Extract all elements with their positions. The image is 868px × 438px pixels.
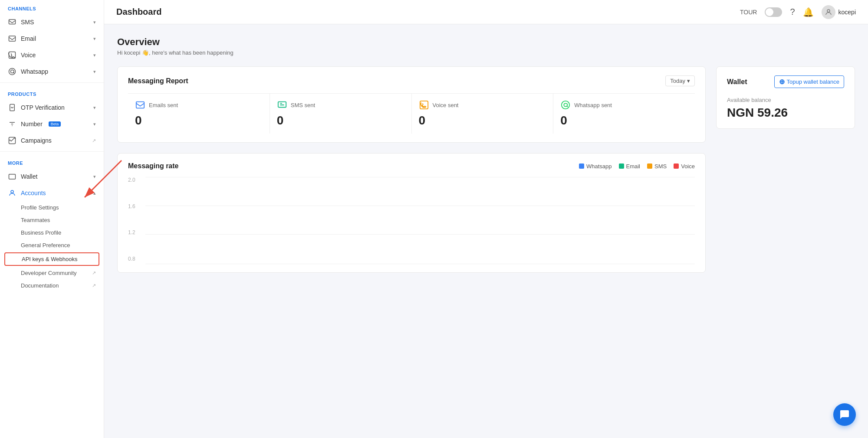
tour-toggle[interactable]	[765, 7, 782, 17]
more-section-label: MORE	[0, 154, 104, 168]
svg-point-7	[11, 190, 13, 193]
sidebar-item-wallet[interactable]: Wallet ▾	[0, 168, 104, 185]
sidebar: CHANNELS SMS ▾ Email ▾	[0, 0, 104, 438]
campaigns-icon	[8, 136, 16, 145]
content-area: Overview Hi kocepi 👋, here's what has be…	[104, 24, 868, 438]
whatsapp-sent-icon	[560, 100, 571, 110]
sidebar-item-email[interactable]: Email ▾	[0, 30, 104, 47]
number-icon	[8, 120, 16, 128]
metric-whatsapp-top: Whatsapp sent	[560, 100, 688, 110]
sidebar-item-whatsapp[interactable]: Whatsapp ▾	[0, 63, 104, 80]
voice-sent-value: 0	[419, 114, 546, 127]
email-icon	[8, 34, 16, 43]
overview-subtitle: Hi kocepi 👋, here's what has been happen…	[117, 49, 855, 56]
wallet-card: Wallet ⊕ Topup wallet balance Available …	[716, 66, 855, 129]
wallet-card-header: Wallet ⊕ Topup wallet balance	[727, 75, 844, 88]
sidebar-item-voice[interactable]: Voice ▾	[0, 47, 104, 63]
sidebar-item-whatsapp-label: Whatsapp	[21, 68, 48, 75]
sms-sent-value: 0	[277, 114, 404, 127]
svg-point-14	[562, 101, 569, 109]
avatar	[822, 5, 835, 19]
metric-voice-top: Voice sent	[419, 100, 546, 110]
sidebar-sub-profile-settings[interactable]: Profile Settings	[0, 201, 104, 214]
sidebar-sub-teammates[interactable]: Teammates	[0, 214, 104, 226]
sidebar-item-email-label: Email	[21, 35, 36, 42]
wallet-card-title: Wallet	[727, 78, 747, 86]
bell-icon[interactable]: 🔔	[803, 7, 814, 17]
messaging-report-header: Messaging Report Today ▾	[128, 75, 695, 86]
wallet-nav-icon	[8, 172, 16, 181]
sidebar-item-sms-label: SMS	[21, 19, 34, 26]
sidebar-item-otp[interactable]: OTP Verification ▾	[0, 99, 104, 116]
help-icon[interactable]: ?	[790, 7, 795, 17]
y-label-1_2: 1.2	[128, 229, 144, 235]
emails-sent-label: Emails sent	[149, 102, 178, 108]
voice-icon	[8, 51, 16, 59]
wallet-chevron-icon: ▾	[93, 174, 96, 180]
chart-grid	[145, 177, 695, 264]
sidebar-sub-business-profile[interactable]: Business Profile	[0, 226, 104, 239]
tour-label: TOUR	[740, 9, 757, 16]
legend-voice-dot	[674, 163, 679, 169]
number-chevron-icon: ▾	[93, 121, 96, 127]
metric-emails-top: Emails sent	[135, 100, 263, 110]
sidebar-item-otp-label: OTP Verification	[21, 104, 65, 111]
sms-icon	[8, 18, 16, 26]
date-filter-chevron-icon: ▾	[687, 78, 690, 84]
sidebar-item-accounts-label: Accounts	[21, 190, 46, 196]
date-filter-label: Today	[670, 78, 685, 84]
user-avatar-wrap[interactable]: kocepi	[822, 5, 856, 19]
channels-section-label: CHANNELS	[0, 0, 104, 14]
documentation-external-icon: ↗	[92, 283, 96, 288]
accounts-icon	[8, 189, 16, 197]
sms-sent-icon	[277, 100, 287, 110]
user-name: kocepi	[838, 9, 856, 16]
campaigns-external-icon: ↗	[92, 138, 96, 144]
sms-chevron-icon: ▾	[93, 20, 96, 25]
chart-y-labels: 2.0 1.6 1.2 0.8	[128, 177, 144, 264]
sidebar-sub-documentation[interactable]: Documentation ↗	[0, 279, 104, 292]
otp-icon	[8, 103, 16, 112]
chat-support-button[interactable]	[833, 403, 856, 426]
svg-rect-0	[9, 20, 16, 24]
metric-whatsapp: Whatsapp sent 0	[553, 94, 695, 134]
svg-rect-6	[9, 174, 16, 179]
messaging-report-title: Messaging Report	[128, 77, 188, 85]
otp-chevron-icon: ▾	[93, 105, 96, 111]
sidebar-sub-api-keys[interactable]: API keys & Webhooks	[4, 252, 99, 266]
sidebar-item-campaigns[interactable]: Campaigns ↗	[0, 132, 104, 149]
legend-sms-label: SMS	[654, 163, 667, 170]
overview-title: Overview	[117, 36, 855, 48]
chat-bubble-icon	[839, 409, 850, 420]
grid-line-top	[145, 177, 695, 177]
right-column: Wallet ⊕ Topup wallet balance Available …	[716, 66, 855, 273]
beta-badge: Beta	[49, 121, 61, 127]
sidebar-item-campaigns-label: Campaigns	[21, 137, 52, 144]
metric-sms-top: SMS sent	[277, 100, 404, 110]
legend-voice-label: Voice	[681, 163, 695, 170]
sidebar-item-number-label: Number	[21, 121, 43, 127]
topup-label: Topup wallet balance	[787, 78, 839, 85]
metric-voice: Voice sent 0	[412, 94, 554, 134]
svg-point-3	[9, 69, 16, 75]
legend-whatsapp-label: Whatsapp	[586, 163, 612, 170]
whatsapp-icon	[8, 67, 16, 76]
sidebar-sub-developer-community[interactable]: Developer Community ↗	[0, 267, 104, 279]
voice-sent-label: Voice sent	[433, 102, 459, 108]
legend-email: Email	[619, 163, 641, 170]
svg-rect-1	[9, 36, 16, 41]
sidebar-item-wallet-label: Wallet	[21, 173, 37, 180]
svg-point-10	[827, 10, 830, 12]
sidebar-item-sms[interactable]: SMS ▾	[0, 14, 104, 30]
sidebar-item-accounts[interactable]: Accounts ▴	[0, 185, 104, 201]
sidebar-sub-general-preference[interactable]: General Preference	[0, 239, 104, 252]
messaging-rate-title: Messaging rate	[128, 162, 178, 170]
legend-whatsapp: Whatsapp	[579, 163, 612, 170]
topup-wallet-button[interactable]: ⊕ Topup wallet balance	[774, 75, 844, 88]
y-label-1_6: 1.6	[128, 203, 144, 209]
date-filter[interactable]: Today ▾	[665, 75, 695, 86]
available-balance-label: Available balance	[727, 97, 844, 103]
sidebar-item-number[interactable]: Number Beta ▾	[0, 116, 104, 132]
legend-sms-dot	[647, 163, 652, 169]
overview-section: Overview Hi kocepi 👋, here's what has be…	[117, 36, 855, 56]
